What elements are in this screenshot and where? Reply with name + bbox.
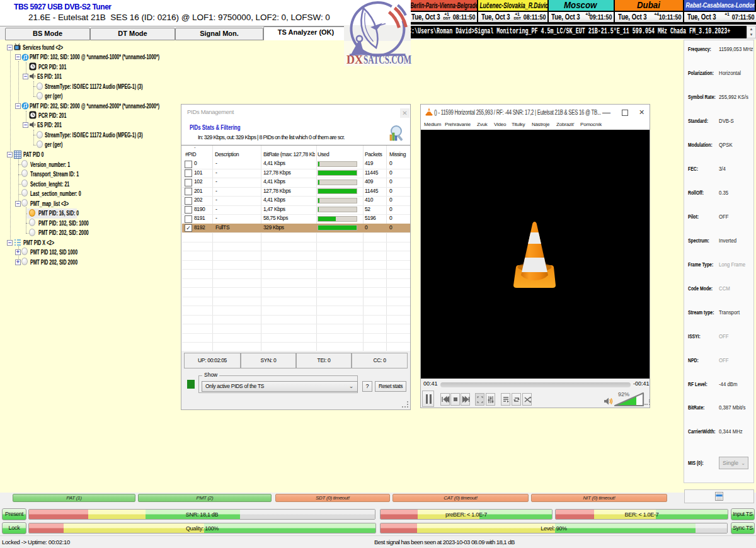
svg-text:DX: DX [346,54,363,66]
svg-text:SATCS.COM: SATCS.COM [364,54,411,66]
